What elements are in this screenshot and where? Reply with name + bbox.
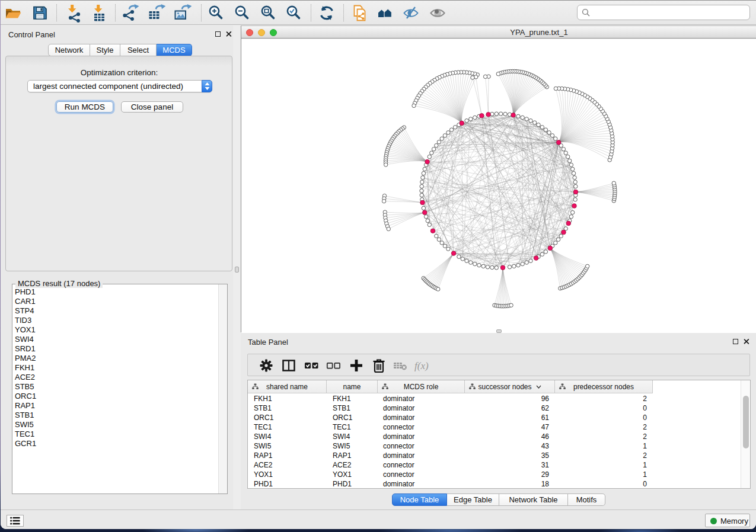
scrollbar-thumb[interactable] (743, 396, 749, 448)
cell-successor-nodes: 35 (465, 451, 549, 460)
export-table-button[interactable] (146, 4, 165, 23)
cell-predecessor-nodes: 1 (555, 442, 647, 450)
table-row[interactable]: SWI4SWI4dominator462 (248, 432, 750, 441)
select-all-columns-button[interactable] (302, 357, 320, 374)
table-settings-button[interactable] (257, 357, 275, 374)
refresh-icon (317, 4, 336, 23)
mcds-node-item[interactable]: GCR1 (15, 439, 36, 448)
tab-network-table[interactable]: Network Table (499, 493, 568, 506)
splitter-handle[interactable] (235, 267, 239, 273)
close-table-panel-icon[interactable] (744, 339, 749, 344)
mcds-node-item[interactable]: SWI4 (15, 335, 36, 344)
add-column-button[interactable] (347, 357, 365, 374)
vertical-splitter[interactable] (233, 25, 241, 509)
tab-network[interactable]: Network (48, 44, 90, 56)
network-canvas[interactable] (241, 39, 756, 333)
column-header-name[interactable]: name (327, 380, 378, 393)
network-from-selection-button[interactable] (350, 4, 369, 23)
tab-select[interactable]: Select (120, 44, 157, 56)
mcds-node-item[interactable]: YOX1 (15, 325, 36, 335)
run-mcds-button[interactable]: Run MCDS (56, 101, 113, 113)
network-view-frame: YPA_prune.txt_1 (241, 25, 756, 332)
table-row[interactable]: PHD1PHD1dominator180 (248, 479, 750, 489)
unselect-all-columns-button[interactable] (324, 357, 342, 374)
mcds-node-item[interactable]: SRD1 (15, 344, 36, 354)
table-scrollbar[interactable] (741, 380, 750, 488)
column-header-MCDS-role[interactable]: MCDS role (378, 380, 465, 393)
mcds-node-item[interactable]: STB5 (15, 382, 36, 392)
gear-icon (257, 357, 275, 374)
column-header-predecessor-nodes[interactable]: predecessor nodes (555, 380, 653, 393)
mcds-node-item[interactable]: RAP1 (15, 401, 36, 411)
toolbar-separator (115, 4, 116, 21)
table-row[interactable]: ACE2ACE2connector311 (248, 460, 750, 470)
tab-node-table[interactable]: Node Table (392, 493, 447, 506)
tab-style[interactable]: Style (90, 44, 120, 56)
mcds-node-item[interactable]: PMA2 (15, 354, 36, 363)
delete-table-button[interactable] (391, 357, 409, 374)
mcds-node-item[interactable]: PHD1 (15, 287, 36, 297)
tab-mcds[interactable]: MCDS (157, 44, 192, 56)
criterion-select[interactable]: largest connected component (undirected) (27, 80, 212, 92)
cell-shared-name: SWI4 (254, 432, 271, 441)
mcds-list-scrollbar[interactable] (218, 284, 227, 493)
copy-network-icon (350, 4, 369, 23)
toolbar-separator (201, 4, 202, 21)
float-panel-icon[interactable] (215, 31, 221, 37)
mcds-node-item[interactable]: CAR1 (15, 297, 36, 306)
split-panel-button[interactable] (280, 357, 298, 374)
search-box[interactable] (577, 5, 750, 20)
hide-selected-button[interactable] (401, 4, 420, 23)
table-row[interactable]: TEC1TEC1connector472 (248, 422, 750, 432)
table-row[interactable]: FKH1FKH1dominator962 (248, 394, 750, 403)
mcds-result-title: MCDS result (17 nodes) (15, 279, 103, 288)
column-header-successor-nodes[interactable]: successor nodes (465, 380, 555, 393)
column-header-shared-name[interactable]: shared name (248, 380, 327, 393)
network-window-titlebar[interactable]: YPA_prune.txt_1 (241, 26, 756, 39)
task-history-button[interactable] (7, 515, 24, 527)
mcds-result-list[interactable]: PHD1CAR1STP4TID3YOX1SWI4SRD1PMA2FKH1ACE2… (12, 284, 228, 494)
tab-motifs[interactable]: Motifs (568, 493, 605, 506)
float-table-panel-icon[interactable] (733, 339, 738, 344)
mcds-node-item[interactable]: TID3 (15, 316, 36, 325)
show-all-button[interactable] (428, 4, 447, 23)
table-row[interactable]: ORC1ORC1dominator610 (248, 413, 750, 422)
open-file-button[interactable] (4, 4, 23, 23)
table-row[interactable]: YOX1YOX1connector291 (248, 470, 750, 479)
mcds-node-item[interactable]: TEC1 (15, 430, 36, 439)
save-session-button[interactable] (30, 4, 49, 23)
import-network-button[interactable] (63, 4, 82, 23)
memory-indicator[interactable]: Memory (705, 514, 750, 527)
mcds-node-item[interactable]: STB1 (15, 411, 36, 420)
svg-text:f(x): f(x) (414, 360, 429, 371)
mcds-node-item[interactable]: ACE2 (15, 373, 36, 382)
zoom-in-button[interactable] (206, 4, 225, 23)
tab-edge-table[interactable]: Edge Table (447, 493, 499, 506)
zoom-fit-button[interactable] (259, 4, 277, 23)
function-builder-button[interactable]: f(x) (413, 357, 430, 374)
first-neighbors-button[interactable] (376, 4, 395, 23)
refresh-button[interactable] (317, 4, 336, 23)
table-row[interactable]: SWI5SWI5connector431 (248, 441, 750, 451)
mcds-node-item[interactable]: SWI5 (15, 420, 36, 430)
mcds-node-item[interactable]: ORC1 (15, 392, 36, 401)
mcds-node-item[interactable]: STP4 (15, 306, 36, 316)
search-input[interactable] (593, 6, 747, 19)
zoom-selected-button[interactable] (284, 4, 303, 23)
close-panel-button[interactable]: Close panel (121, 101, 183, 113)
export-image-button[interactable] (173, 4, 192, 23)
delete-column-button[interactable] (370, 357, 388, 374)
table-row[interactable]: RAP1RAP1dominator352 (248, 451, 750, 460)
cell-shared-name: ORC1 (254, 414, 273, 422)
mcds-node-item[interactable]: FKH1 (15, 363, 36, 373)
zoom-in-icon (206, 4, 225, 23)
close-panel-icon[interactable] (226, 31, 231, 37)
horizontal-splitter-handle[interactable] (496, 329, 502, 333)
export-network-button[interactable] (121, 4, 140, 23)
table-row[interactable]: STB1STB1dominator620 (248, 403, 750, 413)
network-window-title: YPA_prune.txt_1 (241, 28, 756, 37)
import-table-button[interactable] (90, 4, 109, 23)
column-label: MCDS role (404, 383, 439, 391)
save-floppy-icon (30, 4, 49, 23)
zoom-out-button[interactable] (232, 4, 251, 23)
